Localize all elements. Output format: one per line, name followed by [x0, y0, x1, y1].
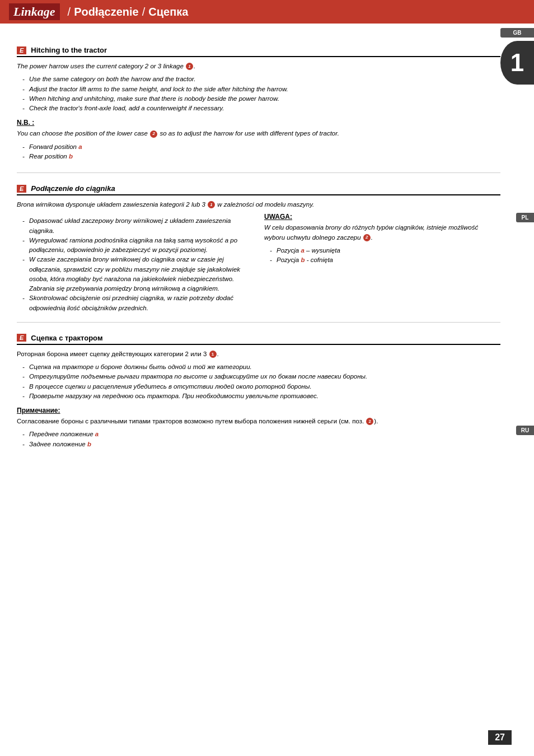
ru-pos-rear: Заднее положение b [22, 440, 500, 449]
title-ru: Сцепка [148, 6, 188, 18]
ru-bullets: Сцепка на тракторе и бороне должны быть … [22, 362, 500, 401]
page-number: 27 [488, 730, 512, 745]
main-content: E Hitching to the tractor The power harr… [0, 24, 534, 477]
section-en-label: E [17, 46, 26, 54]
pl-pos-a: Pozycja a – wysunięta [270, 246, 500, 255]
position-a-label: a [78, 143, 82, 150]
section-en: E Hitching to the tractor The power harr… [17, 46, 500, 173]
ru-tab-container: RU [516, 426, 534, 436]
nb-positions: Forward position a Rear position b [22, 142, 500, 162]
position-b-label: b [69, 153, 73, 160]
section-pl-intro: Brona wirnikowa dysponuje układem zawies… [17, 200, 500, 209]
uwaga-title: UWAGA: [264, 213, 500, 221]
pl-tab-container: PL [516, 213, 534, 223]
section-en-intro: The power harrow uses the current catego… [17, 62, 500, 71]
header-bar: Linkage / Podłączenie / Сцепка [0, 0, 534, 24]
pl-bullet-2: Wyregulować ramiona podnośnika ciągnika … [22, 236, 253, 255]
pl-pos-b: Pozycja b - cofnięta [270, 255, 500, 265]
section-en-bullets: Use the same category on both the harrow… [22, 74, 500, 113]
ru-bullet-3: В процессе сцепки и расцепления убедитес… [22, 382, 500, 391]
slash-2: / [142, 6, 146, 18]
ru-tab: RU [516, 426, 534, 435]
section-ru-header: E Сцепка с трактором [17, 334, 500, 345]
section-ru-intro: Роторная борона имеет сцепку действующих… [17, 349, 500, 359]
col-left: Dopasować układ zaczepowy brony wirnikow… [17, 213, 253, 316]
nb-title: N.B. : [17, 119, 500, 127]
pl-bullet-3: W czasie zaczepiania brony wirnikowej do… [22, 255, 253, 293]
pl-bullets-left: Dopasować układ zaczepowy brony wirnikow… [22, 216, 253, 313]
two-col-layout: Dopasować układ zaczepowy brony wirnikow… [17, 213, 500, 316]
circle-icon-ru-note: 2 [366, 418, 373, 425]
pl-tab: PL [516, 213, 534, 222]
section-ru-title: Сцепка с трактором [31, 334, 102, 342]
ru-bullet-2: Отрегулируйте подъемные рычаги трактора … [22, 372, 500, 381]
gb-tab-container: GB 1 [500, 28, 534, 85]
circle-icon-pl: 1 [208, 201, 215, 208]
section-en-header: E Hitching to the tractor [17, 46, 500, 57]
ru-note-title: Примечание: [17, 407, 500, 414]
section-pl: E Podłączenie do ciągnika Brona wirnikow… [17, 184, 500, 323]
bullet-item: Adjust the tractor lift arms to the same… [22, 85, 500, 94]
pl-positions-right: Pozycja a – wysunięta Pozycja b - cofnię… [270, 246, 500, 265]
nb-section: N.B. : You can choose the position of th… [17, 119, 500, 161]
section-en-title: Hitching to the tractor [31, 46, 107, 54]
section-ru-label: E [17, 334, 26, 342]
section-ru: E Сцепка с трактором Роторная борона име… [17, 334, 500, 460]
ru-bullet-1: Сцепка на тракторе и бороне должны быть … [22, 362, 500, 372]
nb-body: You can choose the position of the lower… [17, 129, 500, 138]
ru-note-body: Согласование бороны с различными типами … [17, 417, 500, 426]
ru-pos-forward: Переднее положение a [22, 430, 500, 439]
brand-name: Linkage [9, 3, 60, 20]
position-rear: Rear position b [22, 152, 500, 161]
circle-icon-2: 2 [150, 130, 157, 138]
col-right: UWAGA: W celu dopasowania brony do różny… [264, 213, 500, 316]
ru-pos-a: a [95, 431, 99, 437]
bullet-item: Use the same category on both the harrow… [22, 74, 500, 84]
section-pl-title: Podłączenie do ciągnika [31, 184, 115, 193]
title-pl: Podłączenie [74, 6, 139, 18]
circle-icon-uwaga: 2 [363, 234, 371, 241]
position-forward: Forward position a [22, 142, 500, 152]
pl-bullet-4: Skontrolować obciążenie osi przedniej ci… [22, 293, 253, 313]
ru-bullet-4: Проверьте нагрузку на переднюю ось тракт… [22, 391, 500, 401]
pl-b-label: b [301, 256, 305, 263]
pl-bullet-1: Dopasować układ zaczepowy brony wirnikow… [22, 216, 253, 236]
gb-tab: GB [500, 28, 534, 38]
uwaga-body: W celu dopasowania brony do różnych typó… [264, 223, 500, 242]
ru-note-section: Примечание: Согласование бороны с различ… [17, 407, 500, 449]
section-pl-header: E Podłączenie do ciągnika [17, 184, 500, 195]
ru-positions: Переднее положение a Заднее положение b [22, 430, 500, 449]
slash-1: / [68, 6, 71, 18]
section-pl-label: E [17, 185, 26, 193]
bullet-item: When hitching and unhitching, make sure … [22, 94, 500, 104]
section-number-tab: 1 [500, 41, 534, 85]
circle-icon-ru: 1 [209, 351, 217, 358]
ru-pos-b: b [87, 441, 91, 447]
bullet-item: Check the tractor's front-axle load, add… [22, 104, 500, 113]
circle-icon-1: 1 [186, 63, 193, 70]
pl-a-label: a [301, 247, 304, 254]
